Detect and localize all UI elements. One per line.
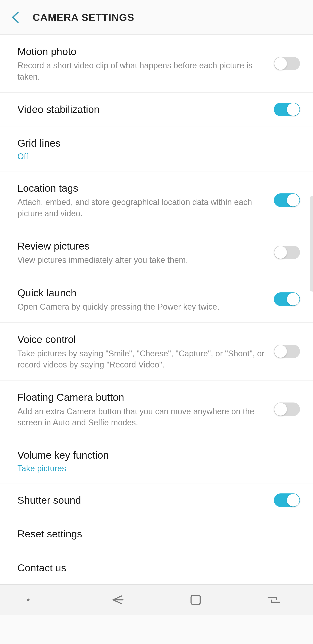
row-text: Reset settings (17, 527, 300, 541)
setting-reset-settings[interactable]: Reset settings (0, 517, 313, 551)
row-text: Grid lines Off (17, 136, 300, 161)
row-text: Location tags Attach, embed, and store g… (17, 181, 274, 219)
row-title: Floating Camera button (17, 390, 265, 404)
row-title: Contact us (17, 561, 291, 574)
setting-motion-photo[interactable]: Motion photo Record a short video clip o… (0, 35, 313, 93)
setting-shutter-sound[interactable]: Shutter sound (0, 484, 313, 517)
toggle-review-pictures[interactable] (274, 246, 300, 259)
toggle-video-stabilization[interactable] (274, 103, 300, 116)
row-text: Review pictures View pictures immediatel… (17, 239, 274, 266)
toggle-motion-photo[interactable] (274, 57, 300, 70)
back-icon[interactable] (11, 11, 19, 23)
row-text: Video stabilization (17, 102, 274, 116)
row-title: Location tags (17, 181, 265, 195)
setting-quick-launch[interactable]: Quick launch Open Camera by quickly pres… (0, 276, 313, 323)
toggle-location-tags[interactable] (274, 194, 300, 207)
svg-line-1 (113, 600, 122, 604)
nav-back-button[interactable] (78, 584, 156, 615)
row-text: Shutter sound (17, 493, 274, 507)
nav-recent-button[interactable] (235, 584, 313, 615)
toggle-shutter-sound[interactable] (274, 494, 300, 507)
row-text: Quick launch Open Camera by quickly pres… (17, 286, 274, 313)
row-title: Grid lines (17, 136, 291, 150)
svg-line-0 (113, 596, 122, 600)
toggle-quick-launch[interactable] (274, 292, 300, 306)
nav-home-button[interactable] (156, 584, 235, 615)
toggle-floating-camera-button[interactable] (274, 402, 300, 416)
setting-voice-control[interactable]: Voice control Take pictures by saying "S… (0, 323, 313, 380)
row-title: Voice control (17, 332, 265, 346)
row-desc: View pictures immediately after you take… (17, 254, 265, 266)
toggle-voice-control[interactable] (274, 345, 300, 358)
row-title: Volume key function (17, 448, 291, 462)
row-text: Floating Camera button Add an extra Came… (17, 390, 274, 428)
row-value: Take pictures (17, 464, 291, 473)
setting-floating-camera-button[interactable]: Floating Camera button Add an extra Came… (0, 380, 313, 438)
row-desc: Add an extra Camera button that you can … (17, 406, 265, 428)
page-title: CAMERA SETTINGS (33, 11, 134, 23)
app-header: CAMERA SETTINGS (0, 0, 313, 35)
row-text: Contact us (17, 561, 300, 574)
svg-rect-3 (191, 595, 200, 604)
row-desc: Open Camera by quickly pressing the Powe… (17, 301, 265, 312)
row-title: Motion photo (17, 44, 265, 58)
row-text: Motion photo Record a short video clip o… (17, 44, 274, 82)
row-title: Quick launch (17, 286, 265, 300)
setting-volume-key-function[interactable]: Volume key function Take pictures (0, 438, 313, 483)
row-value: Off (17, 152, 291, 161)
setting-location-tags[interactable]: Location tags Attach, embed, and store g… (0, 172, 313, 229)
row-desc: Record a short video clip of what happen… (17, 60, 265, 82)
scroll-handle[interactable] (310, 196, 313, 292)
row-title: Video stabilization (17, 102, 265, 116)
setting-grid-lines[interactable]: Grid lines Off (0, 126, 313, 171)
row-text: Volume key function Take pictures (17, 448, 300, 473)
row-title: Review pictures (17, 239, 265, 253)
settings-list: Motion photo Record a short video clip o… (0, 35, 313, 584)
row-desc: Attach, embed, and store geographical lo… (17, 197, 265, 219)
nav-dot (0, 584, 78, 615)
setting-contact-us[interactable]: Contact us (0, 551, 313, 584)
row-title: Reset settings (17, 527, 291, 541)
setting-review-pictures[interactable]: Review pictures View pictures immediatel… (0, 229, 313, 276)
setting-video-stabilization[interactable]: Video stabilization (0, 93, 313, 126)
row-text: Voice control Take pictures by saying "S… (17, 332, 274, 370)
row-desc: Take pictures by saying "Smile", "Cheese… (17, 348, 265, 370)
system-navbar (0, 584, 313, 615)
row-title: Shutter sound (17, 493, 265, 507)
